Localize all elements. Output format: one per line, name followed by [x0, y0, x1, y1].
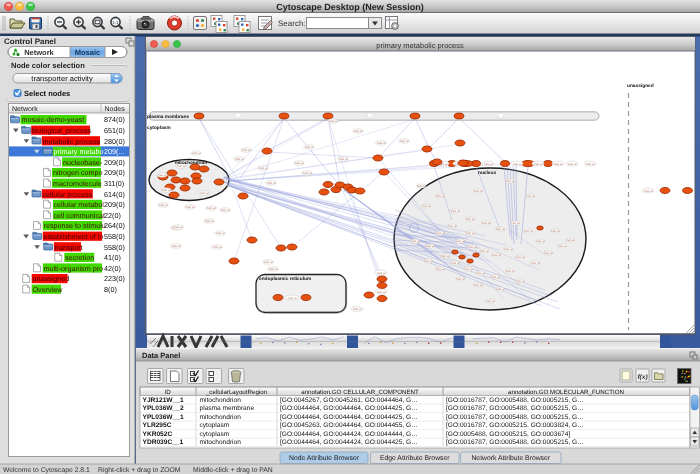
svg-text:plasma membrane: plasma membrane [200, 405, 255, 412]
svg-text:Middle-click + drag to PAN: Middle-click + drag to PAN [193, 467, 273, 474]
svg-text:Yal1-al: Yal1-al [186, 206, 195, 210]
svg-text:Control Panel: Control Panel [4, 37, 56, 46]
svg-text:Yal1-al: Yal1-al [264, 261, 273, 265]
svg-text:Yal1-al: Yal1-al [506, 270, 515, 274]
svg-text:Network Attribute Browser: Network Attribute Browser [471, 455, 550, 462]
svg-text:secretion: secretion [65, 253, 94, 262]
svg-text:Edge Attribute Browser: Edge Attribute Browser [380, 455, 450, 462]
svg-text:Yal1-al: Yal1-al [242, 149, 251, 153]
svg-text:(…): (…) [235, 115, 240, 119]
svg-text:Yal1-al: Yal1-al [492, 254, 501, 258]
svg-text:Yal1-al: Yal1-al [177, 165, 186, 169]
svg-text:cytoplasm: cytoplasm [200, 422, 230, 429]
svg-text:nitrogen compo: nitrogen compo [53, 168, 103, 177]
svg-text:Yal1-al: Yal1-al [531, 262, 540, 266]
svg-text:transporter activity: transporter activity [31, 74, 93, 83]
svg-text:614(0): 614(0) [104, 190, 125, 199]
svg-text:Yal1-al: Yal1-al [484, 162, 493, 166]
svg-text:Yal1-al: Yal1-al [426, 245, 435, 249]
svg-text:Yal1-al: Yal1-al [513, 162, 522, 166]
svg-text:Yal1-al: Yal1-al [456, 240, 465, 244]
svg-text:Network: Network [24, 48, 54, 57]
svg-text:558(0): 558(0) [104, 232, 125, 241]
svg-text:Cytoscape Desktop (New Session: Cytoscape Desktop (New Session) [276, 2, 424, 12]
svg-text:Yal1-al: Yal1-al [200, 192, 209, 196]
svg-text:Yal1-al: Yal1-al [436, 232, 445, 236]
svg-text:(…): (…) [498, 115, 503, 119]
svg-text:Yal1-al: Yal1-al [267, 182, 276, 186]
svg-text:unassigned: unassigned [33, 274, 70, 283]
svg-text:(…): (…) [367, 115, 372, 119]
svg-text:Yal1-al: Yal1-al [216, 232, 225, 236]
svg-text:[GO:0016787, GO:0005488, GO:00: [GO:0016787, GO:0005488, GO:0005215, G… [446, 414, 584, 421]
svg-text:41(0): 41(0) [104, 253, 121, 262]
svg-text:cell communicat: cell communicat [54, 211, 106, 220]
svg-text:plasma membrane: plasma membrane [147, 114, 189, 120]
svg-text:Yal1-al: Yal1-al [468, 246, 477, 250]
svg-text:Overview: Overview [33, 285, 64, 294]
svg-text:Yal1-al: Yal1-al [207, 207, 216, 211]
svg-text:Yal1-al: Yal1-al [213, 246, 222, 250]
svg-text:Yal1-al: Yal1-al [205, 220, 214, 224]
svg-text:Yal1-al: Yal1-al [448, 225, 457, 229]
svg-text:transport: transport [55, 243, 83, 252]
svg-text:Yal1-al: Yal1-al [235, 158, 244, 162]
svg-text:[GO:0045263, GO:0044464, GO:00: [GO:0045263, GO:0044464, GO:0044455, G… [280, 422, 418, 429]
svg-text:Right-click + drag to ZOOM: Right-click + drag to ZOOM [98, 467, 181, 474]
svg-text:Yal1-al: Yal1-al [476, 272, 485, 276]
svg-text:Yal1-al: Yal1-al [305, 146, 314, 150]
svg-text:209(0): 209(0) [104, 158, 125, 167]
svg-text:Yal1-al: Yal1-al [516, 256, 525, 260]
svg-text:Yal1-al: Yal1-al [456, 278, 465, 282]
svg-text:Yal1-al: Yal1-al [466, 232, 475, 236]
svg-text:Data Panel: Data Panel [142, 351, 180, 360]
svg-text:42(0): 42(0) [104, 264, 121, 273]
svg-text:[GO:0016787, GO:0005488, GO:00: [GO:0016787, GO:0005488, GO:0005215, G… [446, 397, 584, 404]
svg-text:endoplasmic reticulum: endoplasmic reticulum [259, 276, 311, 282]
svg-text:Yal1-al: Yal1-al [295, 162, 304, 166]
svg-text:_cellularLayoutRegion: _cellularLayoutRegion [205, 389, 268, 396]
svg-text:mitochondrion: mitochondrion [200, 439, 242, 446]
svg-text:Yal1-al: Yal1-al [174, 226, 183, 230]
svg-text:Yal1-al: Yal1-al [482, 222, 491, 226]
svg-text:Yal1-al: Yal1-al [486, 300, 495, 304]
svg-text:Yal1-al: Yal1-al [544, 252, 553, 256]
svg-text:mitochondrion: mitochondrion [200, 397, 242, 404]
svg-text:Yal1-al: Yal1-al [474, 284, 483, 288]
svg-text:Yal1-al: Yal1-al [451, 210, 460, 214]
svg-text:biological_process: biological_process [32, 126, 92, 135]
svg-text:Yal1-al: Yal1-al [464, 268, 473, 272]
svg-text:Network: Network [12, 105, 38, 113]
svg-text:209(0): 209(0) [104, 200, 125, 209]
svg-text:Yal1-al: Yal1-al [516, 280, 525, 284]
svg-text:Node Attribute Browser: Node Attribute Browser [289, 455, 360, 462]
svg-text:Yal1-al: Yal1-al [496, 228, 505, 232]
svg-text:Yal1-al: Yal1-al [377, 290, 386, 294]
svg-text:cytoplasm: cytoplasm [147, 125, 171, 131]
svg-text:Yal1-al: Yal1-al [566, 239, 575, 243]
svg-text:22(0): 22(0) [104, 211, 121, 220]
svg-text:cytoplasm: cytoplasm [200, 431, 230, 438]
svg-text:nucleus: nucleus [478, 170, 496, 176]
svg-text:Yal1-al: Yal1-al [422, 205, 431, 209]
svg-text:[GO:0044464, GO:0044424, GO:00: [GO:0044464, GO:0044424, GO:0044444, G… [280, 431, 418, 438]
svg-text:[GO:0016787, GO:0005215, GO:00: [GO:0016787, GO:0005215, GO:0003824, G… [446, 422, 584, 429]
svg-text:unassigned: unassigned [627, 83, 654, 89]
svg-text:metabolic process: metabolic process [43, 137, 101, 146]
svg-text:[GO:0044464, GO:0044464, GO:00: [GO:0044464, GO:0044464, GO:0044425, G… [280, 414, 418, 421]
svg-text:Yal1-al: Yal1-al [491, 276, 500, 280]
svg-text:[GO:0005488, GO:0005215, GO:00: [GO:0005488, GO:0005215, GO:0003674] [446, 431, 570, 438]
svg-text:YKR052C: YKR052C [143, 431, 173, 438]
svg-text:Select nodes: Select nodes [24, 89, 70, 98]
svg-text:[GO:0044464, GO:0044464, GO:00: [GO:0044464, GO:0044464, GO:0044425, G… [280, 405, 418, 412]
svg-text:Yal1-al: Yal1-al [353, 308, 362, 312]
svg-text:mitochondrion: mitochondrion [200, 414, 242, 421]
svg-text:223(0): 223(0) [104, 274, 125, 283]
svg-text:Yal1-al: Yal1-al [303, 172, 312, 176]
svg-text:Yal1-al: Yal1-al [159, 204, 168, 208]
svg-text:cellular metabol: cellular metabol [54, 200, 105, 209]
svg-text:Search:: Search: [278, 19, 306, 28]
svg-text:8(0): 8(0) [104, 285, 117, 294]
svg-text:Yal1-al: Yal1-al [568, 162, 577, 166]
svg-text:mitochondrion: mitochondrion [175, 160, 207, 165]
